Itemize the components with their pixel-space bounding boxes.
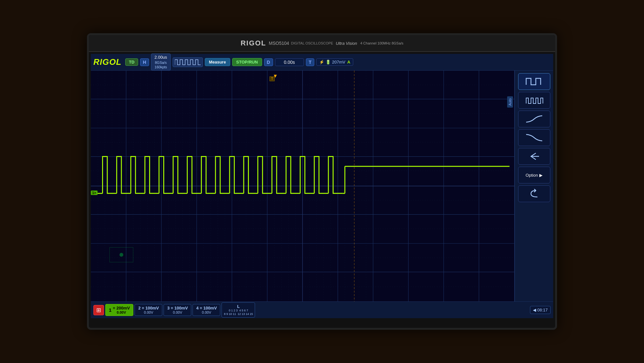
brand-logo: RIGOL (241, 39, 266, 47)
square-wave-button[interactable] (518, 73, 550, 90)
d-label: D (264, 58, 273, 66)
trigger-level: 207mV (332, 60, 345, 64)
screen-area: RIGOL TD H 2.00us 8GSa/s 160kpts Measure… (91, 54, 553, 318)
rigol-logo: RIGOL (93, 57, 121, 67)
falling-edge-button[interactable] (518, 129, 550, 146)
channel-2-button[interactable]: 2 ≡ 100mV 0.00V (135, 304, 162, 316)
ch1-level-marker: 1> (91, 191, 98, 195)
undo-button[interactable] (518, 185, 550, 202)
option-arrow: ▶ (539, 173, 543, 178)
logic-button[interactable]: L 0 1 2 3 4 5 6 7 8 9 10 11 12 13 14 15 (222, 302, 255, 318)
logic-label: L (224, 304, 253, 309)
ch4-voltage-label: 4 ≡ 100mV (196, 306, 217, 310)
toolbar: RIGOL TD H 2.00us 8GSa/s 160kpts Measure… (91, 54, 553, 71)
option-button[interactable]: Option ▶ (518, 167, 550, 183)
trigger-channel: A (347, 60, 350, 64)
mode-button[interactable]: TD (125, 58, 138, 66)
trigger-icon: ⚡ (319, 60, 324, 64)
timebase-display: 2.00us 8GSa/s 160kpts (151, 54, 171, 71)
right-panel: Auto (515, 71, 553, 301)
option-label: Option (526, 173, 538, 178)
grid-button[interactable]: ⊞ (93, 305, 104, 315)
ch2-voltage-label: 2 ≡ 100mV (138, 306, 159, 310)
trigger-info: ⚡ 🔋 207mV A (316, 58, 353, 66)
ch1-number: 1 (109, 307, 111, 313)
svg-point-67 (119, 253, 123, 257)
h-label: H (140, 58, 149, 66)
ch4-offset-label: 0.00V (196, 310, 217, 314)
ch3-offset-label: 0.00V (167, 310, 188, 314)
main-display: ▼ T 1> (91, 71, 553, 301)
ch1-voltage-label: ≡ 200mV (113, 306, 130, 310)
brand-bar: RIGOL MSO5104 DIGITAL OSCILLOSCOPE Ultra… (89, 35, 555, 52)
time-position-display: 0.00s (275, 58, 304, 66)
ch2-offset-label: 0.00V (138, 310, 159, 314)
waveform-svg (91, 71, 514, 301)
brand-specs: 4 Channel 100MHz 8GSa/s (360, 41, 403, 45)
ch1-offset-label: 0.00V (113, 310, 130, 314)
brand-tagline: Ultra Vision (336, 41, 357, 46)
auto-label: Auto (507, 96, 513, 108)
rising-edge-button[interactable] (518, 111, 550, 127)
time-readout: ◀ 08:17 (530, 306, 551, 314)
oscilloscope-frame: RIGOL MSO5104 DIGITAL OSCILLOSCOPE Ultra… (87, 33, 557, 330)
model-subtitle: DIGITAL OSCILLOSCOPE (291, 41, 333, 45)
measure-button[interactable]: Measure (205, 58, 230, 66)
ch3-voltage-label: 3 ≡ 100mV (167, 306, 188, 310)
back-button[interactable] (518, 148, 550, 165)
bottom-bar: ⊞ 1 ≡ 200mV 0.00V 2 ≡ 100mV 0.00V (91, 301, 553, 318)
grid-area: ▼ T 1> (91, 71, 515, 301)
battery-icon: 🔋 (326, 60, 331, 64)
model-name: MSO5104 (269, 41, 289, 46)
timebase-value: 2.00us (155, 55, 167, 60)
stop-run-button[interactable]: STOP/RUN (232, 58, 262, 66)
t-label: T (306, 58, 315, 66)
channel-3-button[interactable]: 3 ≡ 100mV 0.00V (164, 304, 191, 316)
logic-bits: 0 1 2 3 4 5 6 7 8 9 10 11 12 13 14 15 (224, 309, 253, 316)
pulse-wave-button[interactable] (518, 92, 550, 109)
trigger-level-marker: T (270, 76, 275, 81)
channel-4-button[interactable]: 4 ≡ 100mV 0.00V (193, 304, 220, 316)
sample-rate: 8GSa/s 160kpts (155, 60, 167, 70)
channel-1-button[interactable]: 1 ≡ 200mV 0.00V (105, 304, 133, 316)
wave-indicator (173, 57, 203, 67)
